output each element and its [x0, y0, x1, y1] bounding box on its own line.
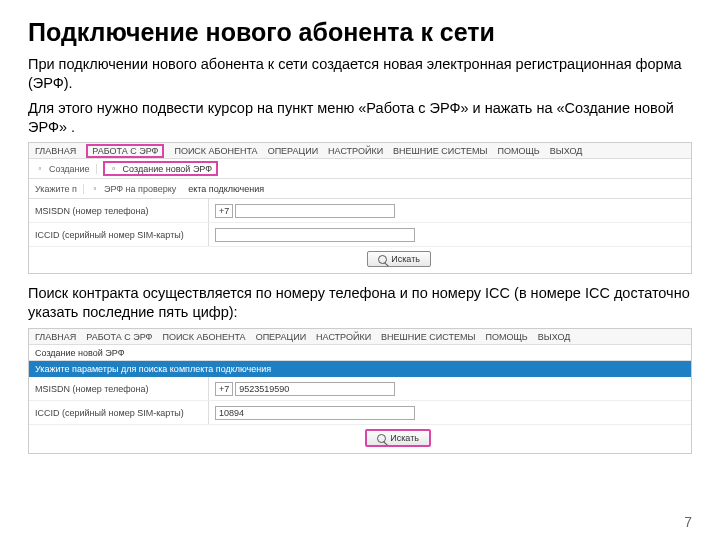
doc-check-icon: ▫ [90, 184, 100, 194]
page-title: Подключение нового абонента к сети [28, 18, 692, 47]
menu-work-erf[interactable]: РАБОТА С ЭРФ [86, 332, 152, 342]
intro-1: При подключении нового абонента к сети с… [28, 55, 692, 93]
menu-help[interactable]: ПОМОЩЬ [485, 332, 527, 342]
doc-icon: ▫ [35, 164, 45, 174]
search-button-2[interactable]: Искать [365, 429, 431, 447]
menu-home[interactable]: ГЛАВНАЯ [35, 146, 76, 156]
menubar: ГЛАВНАЯ РАБОТА С ЭРФ ПОИСК АБОНЕНТА ОПЕР… [29, 143, 691, 159]
dropdown-create-erf[interactable]: ▫ Создание новой ЭРФ [103, 161, 219, 176]
menu-exit[interactable]: ВЫХОД [538, 332, 571, 342]
msisdn-prefix: +7 [215, 204, 233, 218]
menu-work-erf[interactable]: РАБОТА С ЭРФ [86, 144, 164, 158]
label-msisdn: MSISDN (номер телефона) [29, 199, 209, 222]
menu-settings[interactable]: НАСТРОЙКИ [316, 332, 371, 342]
msisdn-input[interactable] [235, 204, 395, 218]
menu-operations[interactable]: ОПЕРАЦИИ [268, 146, 318, 156]
menu-search-sub[interactable]: ПОИСК АБОНЕНТА [174, 146, 257, 156]
menubar-2: ГЛАВНАЯ РАБОТА С ЭРФ ПОИСК АБОНЕНТА ОПЕР… [29, 329, 691, 345]
intro-2: Для этого нужно подвести курсор на пункт… [28, 99, 692, 137]
section-header: Создание новой ЭРФ [35, 348, 125, 358]
label-msisdn-2: MSISDN (номер телефона) [29, 377, 209, 400]
instruction-bar: Укажите параметры для поиска комплекта п… [29, 361, 691, 377]
intro-3: Поиск контракта осуществляется по номеру… [28, 284, 692, 322]
search-button[interactable]: Искать [367, 251, 431, 267]
menu-exit[interactable]: ВЫХОД [550, 146, 583, 156]
doc-plus-icon: ▫ [109, 164, 119, 174]
iccid-input-2[interactable]: 10894 [215, 406, 415, 420]
search-icon [377, 434, 386, 443]
menu-external[interactable]: ВНЕШНИЕ СИСТЕМЫ [381, 332, 475, 342]
menu-external[interactable]: ВНЕШНИЕ СИСТЕМЫ [393, 146, 487, 156]
label-iccid: ICCID (серийный номер SIM-карты) [29, 223, 209, 246]
menu-home[interactable]: ГЛАВНАЯ [35, 332, 76, 342]
iccid-input[interactable] [215, 228, 415, 242]
menu-search-sub[interactable]: ПОИСК АБОНЕНТА [162, 332, 245, 342]
msisdn-input-2[interactable]: 9523519590 [235, 382, 395, 396]
screenshot-1: ГЛАВНАЯ РАБОТА С ЭРФ ПОИСК АБОНЕНТА ОПЕР… [28, 142, 692, 274]
dropdown-erf-check[interactable]: ▫ ЭРФ на проверку [90, 184, 182, 194]
hint-text: Укажите п [35, 184, 77, 194]
hint-label: Укажите п [35, 184, 84, 194]
msisdn-prefix-2: +7 [215, 382, 233, 396]
hint-rest: екта подключения [188, 184, 264, 194]
menu-help[interactable]: ПОМОЩЬ [497, 146, 539, 156]
menu-operations[interactable]: ОПЕРАЦИИ [256, 332, 306, 342]
tab-create[interactable]: ▫ Создание [35, 164, 97, 174]
search-icon [378, 255, 387, 264]
menu-settings[interactable]: НАСТРОЙКИ [328, 146, 383, 156]
screenshot-2: ГЛАВНАЯ РАБОТА С ЭРФ ПОИСК АБОНЕНТА ОПЕР… [28, 328, 692, 454]
page-number: 7 [684, 514, 692, 530]
label-iccid-2: ICCID (серийный номер SIM-карты) [29, 401, 209, 424]
